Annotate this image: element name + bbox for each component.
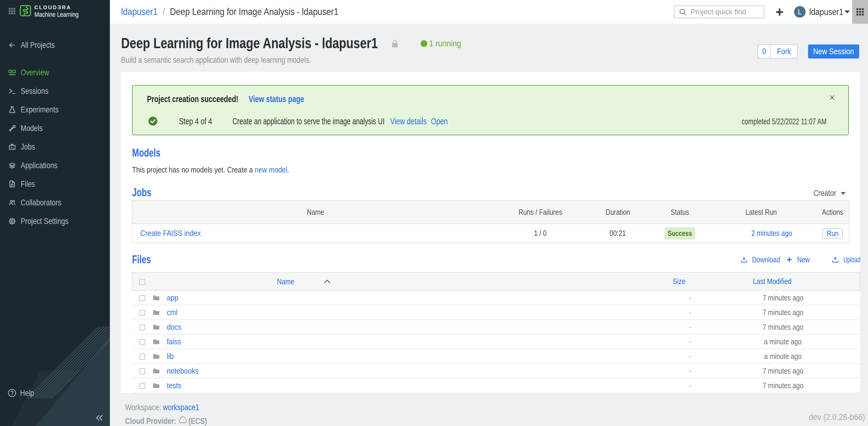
- file-name-cell: faiss: [152, 334, 650, 349]
- add-project-button[interactable]: [775, 7, 784, 17]
- files-actions: Download New Upload: [121, 254, 860, 265]
- file-size: -: [650, 378, 731, 393]
- file-name-link[interactable]: docs: [167, 322, 181, 332]
- view-status-page-link[interactable]: View status page: [249, 93, 322, 105]
- open-link[interactable]: Open: [431, 116, 453, 127]
- file-name-link[interactable]: tests: [167, 381, 181, 390]
- sidebar-item-applications[interactable]: Applications: [0, 156, 110, 175]
- creator-filter-dropdown[interactable]: Creator: [808, 188, 846, 198]
- arrow-left-icon: [8, 41, 16, 49]
- search-icon: [679, 8, 687, 16]
- file-modified: 7 minutes ago: [731, 378, 860, 393]
- sidebar-item-all-projects[interactable]: All Projects: [0, 36, 110, 54]
- file-select-cell: [132, 378, 152, 393]
- sidebar-item-sessions[interactable]: Sessions: [0, 82, 110, 100]
- new-model-link[interactable]: new model: [255, 165, 287, 174]
- new-file-button[interactable]: New: [786, 255, 813, 264]
- alert-completed-time: completed 5/22/2022 11:07 AM: [742, 116, 827, 127]
- sidebar-item-project-settings[interactable]: Project Settings: [0, 212, 110, 230]
- alert-step: Step 4 of 4: [179, 116, 212, 127]
- job-duration-value: 00:21: [610, 229, 626, 238]
- jobs-table-header-row: Name Runs / Failures Duration Status Lat…: [132, 200, 849, 224]
- app-switcher-button[interactable]: [852, 0, 868, 24]
- sidebar-item-experiments[interactable]: Experiments: [0, 100, 110, 119]
- file-checkbox[interactable]: [140, 383, 145, 389]
- file-name-link[interactable]: app: [167, 293, 178, 303]
- folder-icon: [153, 368, 160, 374]
- files-col-name-label: Name: [277, 277, 294, 286]
- breadcrumb-separator: /: [163, 7, 165, 17]
- file-checkbox[interactable]: [140, 368, 145, 374]
- files-col-size[interactable]: Size: [650, 273, 731, 290]
- file-row: faiss - a minute ago: [132, 334, 860, 349]
- fork-button[interactable]: Fork: [771, 45, 797, 58]
- project-title-row: Deep Learning for Image Analysis - ldapu…: [110, 24, 868, 55]
- file-checkbox[interactable]: [140, 310, 145, 316]
- jobs-col-name[interactable]: Name: [132, 200, 498, 224]
- file-name-link[interactable]: lib: [167, 352, 174, 361]
- run-button[interactable]: Run: [823, 228, 843, 238]
- breadcrumb-project: Deep Learning for Image Analysis - ldapu…: [170, 6, 338, 17]
- collapse-sidebar-icon[interactable]: «: [96, 410, 103, 424]
- file-select-cell: [132, 305, 152, 320]
- file-size: -: [650, 334, 731, 349]
- sidebar-item-models[interactable]: Models: [0, 119, 110, 137]
- file-select-cell: [132, 290, 152, 305]
- file-name-link[interactable]: cml: [167, 308, 178, 317]
- file-modified-value: 7 minutes ago: [763, 381, 804, 390]
- job-row: Create FAISS index 1 / 0 00:21 Success 2…: [132, 224, 849, 243]
- user-menu-name[interactable]: ldapuser1: [809, 7, 843, 17]
- file-name-link[interactable]: faiss: [167, 337, 181, 346]
- running-label: 1 running: [429, 39, 461, 48]
- select-all-checkbox[interactable]: [140, 279, 145, 285]
- file-checkbox[interactable]: [140, 339, 145, 345]
- job-runs: 1 / 0: [498, 224, 582, 243]
- job-name-link[interactable]: Create FAISS index: [140, 229, 201, 238]
- file-checkbox[interactable]: [140, 324, 145, 330]
- sidebar-item-files[interactable]: Files: [0, 175, 110, 193]
- files-col-name[interactable]: Name: [152, 273, 650, 290]
- file-row: tests - 7 minutes ago: [132, 378, 860, 393]
- workspace-label: Workspace:: [125, 402, 161, 412]
- sidebar-item-overview[interactable]: Overview: [0, 63, 110, 82]
- workspace-line: Workspace: workspace1: [125, 403, 868, 412]
- search-box: [674, 5, 764, 18]
- folder-icon: [153, 339, 160, 345]
- file-name-link[interactable]: notebooks: [167, 366, 198, 376]
- jobs-col-status-label: Status: [671, 207, 689, 217]
- sidebar-item-jobs[interactable]: Jobs: [0, 137, 110, 156]
- open-label: Open: [431, 116, 448, 127]
- jobs-col-actions-label: Actions: [822, 207, 843, 217]
- download-icon: [741, 256, 747, 263]
- user-menu-caret-icon[interactable]: [844, 10, 850, 14]
- sidebar-item-collaborators[interactable]: Collaborators: [0, 193, 110, 212]
- models-empty-suffix: .: [287, 165, 289, 174]
- avatar[interactable]: L: [794, 6, 806, 18]
- file-size-value: -: [689, 366, 691, 376]
- new-session-button[interactable]: New Session: [808, 45, 859, 58]
- waffle-menu-icon[interactable]: [9, 8, 15, 14]
- jobs-col-runs-label: Runs / Failures: [518, 207, 562, 217]
- files-table: Name Size Last Modified app - 7 minutes …: [132, 272, 860, 393]
- search-input[interactable]: [690, 8, 761, 16]
- upload-button[interactable]: Upload: [832, 255, 860, 264]
- fork-count-button[interactable]: 0: [758, 45, 771, 58]
- close-icon[interactable]: [829, 94, 835, 101]
- job-latest-link[interactable]: 2 minutes ago: [751, 229, 792, 238]
- file-checkbox[interactable]: [140, 295, 145, 301]
- file-checkbox[interactable]: [140, 354, 145, 360]
- file-modified: 7 minutes ago: [731, 290, 860, 305]
- breadcrumb-user-link[interactable]: ldapuser1: [121, 6, 158, 17]
- file-name-cell: cml: [152, 305, 650, 320]
- sidebar-item-label: Project Settings: [21, 216, 68, 226]
- cloudera-ml-logo[interactable]: [20, 5, 31, 17]
- download-button[interactable]: Download: [741, 255, 787, 264]
- jobs-header-row: Jobs Creator: [121, 187, 860, 198]
- user-menu-name-label: ldapuser1: [809, 7, 843, 17]
- file-row: app - 7 minutes ago: [132, 290, 860, 305]
- terminal-prompt-icon: [8, 87, 16, 95]
- workspace-link[interactable]: workspace1: [163, 402, 199, 412]
- sidebar-item-help[interactable]: Help: [0, 384, 110, 402]
- files-col-modified[interactable]: Last Modified: [731, 273, 860, 290]
- jobs-col-latest-label: Latest Run: [745, 207, 777, 217]
